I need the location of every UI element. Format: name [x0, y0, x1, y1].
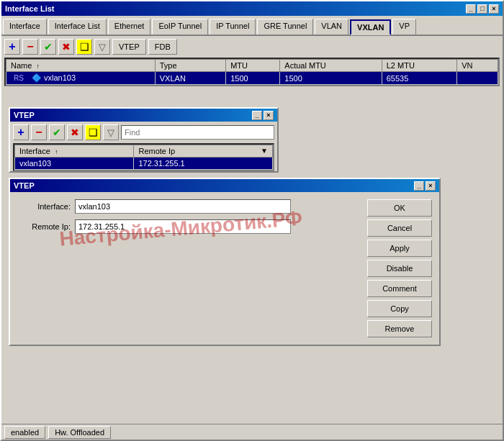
- vtep-col-remote-ip[interactable]: Remote Ip ▼: [134, 145, 273, 158]
- minimize-button[interactable]: _: [466, 4, 476, 14]
- minimize-icon: _: [469, 5, 472, 12]
- ok-button[interactable]: OK: [367, 199, 432, 217]
- vtep-dialog: VTEP _ × + − ✔ ✖: [9, 107, 279, 173]
- comment-button[interactable]: Comment: [367, 280, 432, 297]
- add-icon: +: [9, 40, 15, 53]
- col-name-header[interactable]: Name ↑: [6, 60, 156, 72]
- tab-vp[interactable]: VP: [392, 19, 416, 35]
- vtep-button[interactable]: VTEP: [112, 39, 146, 55]
- row-type-cell: VXLAN: [155, 72, 225, 85]
- tab-vlan[interactable]: VLAN: [315, 19, 348, 35]
- vtep-editor-close-button[interactable]: ×: [426, 181, 436, 191]
- editor-spacer: [17, 240, 361, 326]
- vtep-toolbar: + − ✔ ✖ ❑ ▽: [10, 122, 277, 143]
- close-icon: ×: [492, 5, 495, 12]
- table-row[interactable]: RS 🔷 vxlan103 VXLAN 1500 1500 65535: [6, 72, 498, 85]
- remove-icon: −: [27, 40, 33, 53]
- main-table-container: Name ↑ Type MTU Actual MTU L2 MTU: [4, 58, 500, 86]
- vtep-clone-icon: ❑: [89, 127, 98, 138]
- vtep-remove-button[interactable]: −: [31, 124, 47, 140]
- vtep-add-button[interactable]: +: [13, 124, 29, 140]
- remote-ip-label: Remote Ip:: [17, 222, 75, 231]
- row-name-cell: RS 🔷 vxlan103: [6, 72, 156, 85]
- tab-ip-tunnel[interactable]: IP Tunnel: [210, 19, 256, 35]
- col-vn-header[interactable]: VN: [457, 60, 498, 72]
- tab-interface[interactable]: Interface: [3, 19, 47, 35]
- tab-bar: Interface Interface List Ethernet EoIP T…: [1, 16, 503, 36]
- col-l2mtu-header[interactable]: L2 MTU: [382, 60, 457, 72]
- filter-button[interactable]: ▽: [94, 39, 110, 55]
- clone-icon: ❑: [80, 41, 89, 53]
- vtep-table: Interface ↑ Remote Ip ▼ vxlan103 172.31.…: [14, 145, 273, 170]
- vtep-table-row[interactable]: vxlan103 172.31.255.1: [15, 158, 273, 170]
- vtep-editor-title-bar: VTEP _ ×: [10, 179, 439, 192]
- vtep-col-dropdown[interactable]: ▼: [261, 147, 268, 155]
- interface-input[interactable]: [75, 199, 291, 214]
- vtep-col-interface[interactable]: Interface ↑: [15, 145, 134, 158]
- vtep-title-buttons: _ ×: [252, 111, 274, 120]
- vtep-editor-title: VTEP: [14, 181, 35, 190]
- vtep-sort-arrow: ↑: [55, 148, 58, 155]
- maximize-button[interactable]: □: [477, 4, 487, 14]
- vtep-editor-dialog: VTEP _ × Interface: Remote Ip:: [9, 178, 441, 346]
- cancel-button[interactable]: Cancel: [367, 219, 432, 237]
- vtep-disable-button[interactable]: ✖: [67, 124, 83, 140]
- vtep-cross-icon: ✖: [71, 127, 79, 138]
- remote-ip-input[interactable]: [75, 219, 291, 234]
- vtep-filter-button[interactable]: ▽: [103, 124, 119, 140]
- row-vn-cell: [457, 72, 498, 85]
- vtep-minimize-button[interactable]: _: [252, 111, 262, 120]
- vtep-title-bar: VTEP _ ×: [10, 109, 277, 122]
- vtep-editor-title-buttons: _ ×: [414, 181, 436, 191]
- vtep-find-input[interactable]: [121, 125, 274, 140]
- vtep-row-interface: vxlan103: [15, 158, 134, 170]
- row-actual-mtu-cell: 1500: [280, 72, 382, 85]
- title-bar-buttons: _ □ ×: [466, 4, 499, 14]
- col-mtu-header[interactable]: MTU: [226, 60, 280, 72]
- vtep-row-remote-ip: 172.31.255.1: [134, 158, 273, 170]
- disable-button[interactable]: ✖: [58, 39, 74, 55]
- status-enabled: enabled: [4, 426, 45, 439]
- add-button[interactable]: +: [4, 39, 20, 55]
- fdb-button[interactable]: FDB: [148, 39, 177, 55]
- editor-content: Interface: Remote Ip: OK Cancel: [10, 192, 439, 345]
- main-title: Interface List: [5, 4, 54, 13]
- tab-interface-list[interactable]: Interface List: [48, 19, 107, 35]
- vtep-close-icon: ×: [266, 112, 270, 119]
- tab-vxlan[interactable]: VXLAN: [350, 19, 391, 35]
- editor-fields: Interface: Remote Ip:: [17, 199, 361, 337]
- main-table: Name ↑ Type MTU Actual MTU L2 MTU: [6, 59, 498, 85]
- col-actual-mtu-header[interactable]: Actual MTU: [280, 60, 382, 72]
- tab-eoip-tunnel[interactable]: EoIP Tunnel: [152, 19, 208, 35]
- vtep-minus-icon: −: [35, 126, 42, 139]
- apply-button[interactable]: Apply: [367, 240, 432, 257]
- main-window: Interface List _ □ × Interface Interface…: [0, 0, 504, 441]
- filter-icon: ▽: [99, 42, 106, 53]
- close-button[interactable]: ×: [489, 4, 499, 14]
- interface-label: Interface:: [17, 202, 75, 211]
- remove-button[interactable]: −: [22, 39, 38, 55]
- vtep-enable-button[interactable]: ✔: [49, 124, 65, 140]
- vtep-filter-icon: ▽: [107, 127, 114, 138]
- row-l2mtu-cell: 65535: [382, 72, 457, 85]
- remote-ip-field-row: Remote Ip:: [17, 219, 361, 234]
- vtep-minimize-icon: _: [255, 112, 258, 119]
- tab-gre-tunnel[interactable]: GRE Tunnel: [257, 19, 313, 35]
- vxlan-icon: 🔷: [32, 73, 42, 82]
- vtep-editor-close-icon: ×: [428, 182, 432, 189]
- status-bar: enabled Hw. Offloaded: [1, 424, 503, 440]
- clone-button[interactable]: ❑: [76, 39, 92, 55]
- vtep-close-button[interactable]: ×: [264, 111, 274, 120]
- maximize-icon: □: [480, 5, 484, 12]
- status-hw-offloaded: Hw. Offloaded: [48, 426, 111, 439]
- tab-ethernet[interactable]: Ethernet: [108, 19, 151, 35]
- vtep-clone-button[interactable]: ❑: [85, 124, 101, 140]
- col-type-header[interactable]: Type: [155, 60, 225, 72]
- enable-button[interactable]: ✔: [40, 39, 56, 55]
- copy-button[interactable]: Copy: [367, 300, 432, 317]
- vtep-editor-minimize-button[interactable]: _: [414, 181, 424, 191]
- main-toolbar: + − ✔ ✖ ❑ ▽ VTEP FDB: [1, 36, 503, 58]
- vtep-title: VTEP: [14, 111, 35, 119]
- remove-button-editor[interactable]: Remove: [367, 320, 432, 337]
- disable-button-editor[interactable]: Disable: [367, 260, 432, 277]
